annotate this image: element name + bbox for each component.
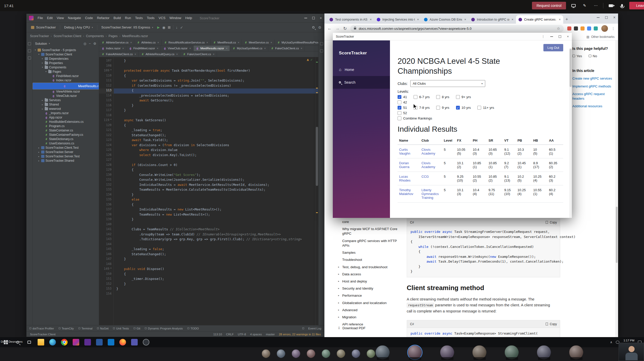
tree-item[interactable]: #UserExtensions.cs: [33, 141, 99, 146]
extension-icon[interactable]: [580, 26, 585, 31]
tree-item[interactable]: ▸ScoreTracker.Shared: [33, 159, 99, 163]
editor-tab[interactable]: #MeetService.cs×: [242, 40, 275, 45]
minimize-icon[interactable]: [304, 18, 307, 18]
editor-tab[interactable]: @ViewClub.razor×: [161, 46, 193, 51]
tool-window-icon[interactable]: [320, 42, 323, 45]
app-scrollbar[interactable]: [569, 48, 572, 218]
self-video-thumbnail[interactable]: [619, 343, 644, 361]
code-editor[interactable]: 107108109▾110111112113114115116117118119…: [99, 57, 318, 325]
fold-icon[interactable]: ▾: [110, 69, 112, 74]
participant-avatar[interactable]: [322, 349, 330, 358]
tool-window-button[interactable]: TeamCity: [59, 327, 74, 330]
feedback-yes-button[interactable]: Yes: [572, 54, 582, 58]
tree-item[interactable]: #StateContainerFactory.cs: [33, 133, 99, 137]
browser-tab[interactable]: Test components in ASP.N...×: [327, 15, 374, 24]
club-link[interactable]: Liberty Gymnastics Training: [420, 185, 442, 203]
new-tab-button[interactable]: +: [563, 16, 570, 23]
close-icon[interactable]: ×: [613, 15, 616, 20]
level-filter[interactable]: 9 yrs: [436, 106, 449, 110]
file-encoding[interactable]: UTF-8: [238, 333, 246, 336]
tab-close-icon[interactable]: ×: [176, 53, 178, 56]
more-options-icon[interactable]: ⋯: [592, 2, 600, 9]
tree-item[interactable]: ▾ScoreTracker.Client: [33, 52, 99, 56]
editor-tab[interactable]: #MyUsaGymMeet.cs×: [230, 46, 268, 51]
checkbox[interactable]: [436, 106, 440, 110]
profile-avatar[interactable]: [601, 25, 608, 32]
editor-tab[interactable]: #AthleteService.cs×: [99, 40, 134, 45]
athlete-name-link[interactable]: Timothy Malakhov: [398, 185, 420, 203]
checkbox[interactable]: [398, 100, 401, 104]
tab-close-icon[interactable]: ×: [158, 41, 159, 44]
breadcrumb-item[interactable]: Pages: [108, 34, 117, 38]
tree-item[interactable]: ▸Services: [33, 98, 99, 102]
tree-item[interactable]: ▸ScoreTracker.Server.Test: [33, 154, 99, 159]
line-separator[interactable]: CRLF: [226, 333, 234, 336]
docs-nav-item[interactable]: Samples: [338, 249, 402, 256]
tool-window-button[interactable]: dotTrace Profiler: [29, 327, 54, 330]
tab-close-icon[interactable]: ×: [271, 41, 272, 44]
tree-item[interactable]: @App.razor: [33, 115, 99, 120]
tab-close-icon[interactable]: ×: [370, 18, 372, 21]
maximize-icon[interactable]: [559, 35, 561, 38]
tool-window-icon[interactable]: [28, 56, 31, 59]
athlete-name-link[interactable]: Curtis Vaughn: [398, 145, 420, 158]
tree-item[interactable]: #StateDictionary.cs: [33, 137, 99, 141]
git-branch[interactable]: master: [266, 333, 275, 336]
caret-position[interactable]: 113:10: [213, 333, 222, 336]
tree-item[interactable]: @ViewAthlete.razor: [33, 89, 99, 94]
copy-button[interactable]: Copy: [546, 322, 557, 326]
docs-nav-item[interactable]: ▸Migration: [338, 314, 402, 321]
docs-nav-item[interactable]: ▸Security and Identity: [338, 285, 402, 292]
menu-build[interactable]: Build: [112, 14, 123, 22]
tree-item[interactable]: @Index.razor: [33, 78, 99, 82]
tab-close-icon[interactable]: ×: [464, 18, 466, 21]
docs-nav-item[interactable]: ▸Advanced: [338, 307, 402, 314]
participant-avatar[interactable]: [375, 345, 390, 359]
menu-help[interactable]: Help: [183, 14, 194, 22]
participant-avatar[interactable]: [277, 349, 285, 358]
editor-tab[interactable]: @FindAMeet.razor×: [127, 46, 161, 51]
fold-icon[interactable]: ▾: [110, 267, 112, 272]
docs-nav-item[interactable]: ▸Data access: [338, 271, 402, 278]
url-text[interactable]: docs.microsoft.com/en-us/aspnet/core/grp…: [359, 27, 554, 31]
participant-avatar[interactable]: [292, 349, 300, 358]
forward-icon[interactable]: →: [335, 26, 340, 31]
level-filter[interactable]: 41: [398, 95, 407, 99]
level-filter[interactable]: 52: [398, 111, 407, 115]
level-filter[interactable]: 9+ yrs: [456, 95, 471, 99]
refresh-icon[interactable]: ↻: [343, 26, 347, 31]
editor-tab[interactable]: #ResultNotificationService.cs×: [162, 40, 211, 45]
tab-close-icon[interactable]: ×: [301, 47, 302, 50]
tool-window-button[interactable]: Dynamic Program Analysis: [145, 327, 183, 330]
indent-setting[interactable]: 4 spaces: [250, 333, 262, 336]
level-filter[interactable]: 11+ yrs: [477, 106, 494, 110]
extension-icon[interactable]: [594, 26, 598, 31]
docs-nav-item[interactable]: ▸Globalization and localization: [338, 299, 402, 307]
editor-tab[interactable]: #MeetResult.cs×: [211, 40, 242, 45]
minimize-icon[interactable]: [597, 17, 600, 18]
lock-icon[interactable]: [354, 28, 356, 29]
checkbox[interactable]: [456, 95, 460, 99]
editor-scrollbar[interactable]: [316, 127, 318, 186]
back-icon[interactable]: ←: [327, 26, 332, 31]
tool-window-button[interactable]: NuGet: [97, 327, 108, 330]
docs-nav-item[interactable]: Compare gRPC services with HTTP APIs: [338, 237, 402, 249]
tool-window-button[interactable]: Git: [134, 327, 140, 330]
editor-tab[interactable]: #AthleteResultQuery.cs×: [139, 51, 180, 57]
camera-icon[interactable]: [607, 2, 615, 9]
docs-nav-item[interactable]: ▸Performance: [338, 292, 402, 299]
menu-run[interactable]: Run: [123, 14, 133, 22]
editor-tab[interactable]: #FakeAthleteClient.cs×: [99, 51, 139, 57]
tool-window-button[interactable]: TODO: [187, 327, 199, 330]
menu-code[interactable]: Code: [83, 14, 95, 22]
article-toc-link[interactable]: Implement gRPC methods: [572, 84, 616, 89]
leave-meeting-button[interactable]: Leave: [629, 2, 644, 9]
tab-close-icon[interactable]: ×: [226, 47, 227, 50]
breadcrumb-item[interactable]: Components: [86, 34, 104, 38]
breadcrumb-item[interactable]: MeetResults.razor: [122, 34, 148, 38]
collapse-all-icon[interactable]: −: [89, 42, 91, 46]
locate-icon[interactable]: ◎: [83, 42, 86, 46]
share-tray-icon[interactable]: [570, 2, 577, 9]
docs-nav-item[interactable]: Troubleshoot: [338, 256, 402, 263]
clubs-select[interactable]: All Clubs▾: [410, 80, 485, 87]
